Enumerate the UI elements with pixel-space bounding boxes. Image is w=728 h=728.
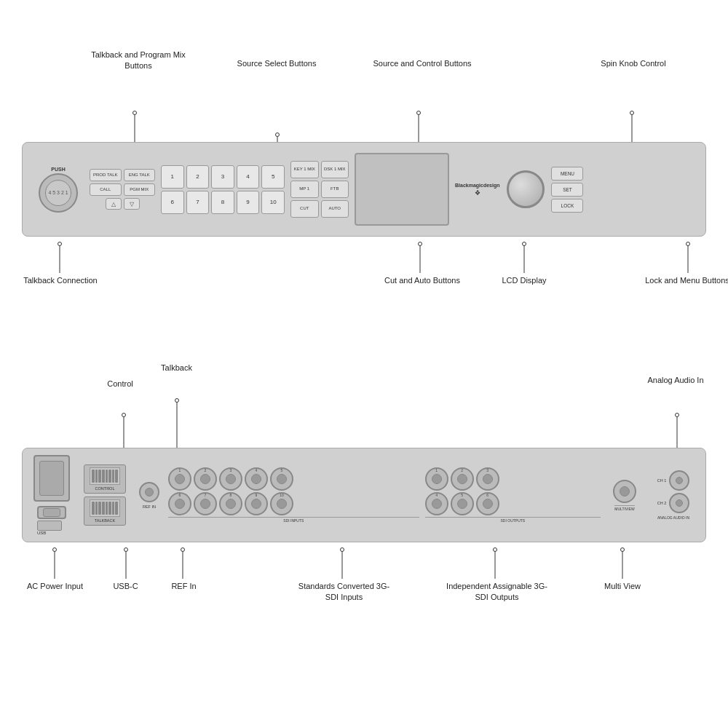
talkback-button-group: PROD TALK ENG TALK CALL PGM MIX △ ▽ bbox=[90, 169, 155, 210]
net-pin bbox=[112, 470, 115, 483]
ftb-button[interactable]: FTB bbox=[321, 181, 349, 198]
net-pin bbox=[115, 502, 118, 515]
control-port: CONTROL bbox=[84, 464, 126, 494]
dot-spin-knob bbox=[630, 111, 634, 115]
xlr-inner: 4 5 3 2 1 bbox=[45, 180, 71, 206]
audio-ch2-connector bbox=[669, 493, 689, 513]
callout-lines bbox=[0, 0, 728, 728]
dn-arrow-button[interactable]: ▽ bbox=[124, 198, 140, 210]
spin-knob[interactable] bbox=[507, 170, 545, 208]
rear-panel: USB CONTROL bbox=[22, 448, 706, 542]
sdi-in-6: 6 bbox=[168, 492, 191, 515]
net-pin bbox=[115, 470, 118, 483]
xlr-pin-numbers: 4 5 3 2 1 bbox=[48, 190, 68, 195]
talkback-port-inner bbox=[90, 499, 120, 517]
prod-talk-button[interactable]: PROD TALK bbox=[90, 169, 122, 181]
source-select-grid: 1 2 3 4 5 6 7 8 9 10 bbox=[161, 165, 285, 214]
net-pin bbox=[95, 470, 98, 483]
label-ac-power: AC Power Input bbox=[20, 581, 90, 592]
lock-button[interactable]: LOCK bbox=[551, 199, 583, 213]
src-btn-9[interactable]: 9 bbox=[237, 191, 260, 214]
key1-mix-button[interactable]: KEY 1 MIX bbox=[290, 161, 319, 178]
xlr-outer: 4 5 3 2 1 bbox=[39, 173, 78, 213]
ref-in-section: REF IN bbox=[136, 482, 162, 509]
power-switch-inner bbox=[43, 508, 60, 517]
auto-button[interactable]: AUTO bbox=[321, 200, 349, 218]
talkback-port-label: TALKBACK bbox=[95, 518, 115, 523]
push-label: PUSH bbox=[51, 167, 65, 172]
pgm-mix-button[interactable]: PGM MIX bbox=[124, 183, 156, 196]
label-talkback-rear: Talkback bbox=[146, 363, 207, 373]
dot-source-control bbox=[416, 111, 421, 115]
label-usb-c: USB-C bbox=[98, 581, 153, 592]
dsk1-mix-button[interactable]: DSK 1 MIX bbox=[321, 161, 349, 178]
sdi-in-2: 2 bbox=[194, 467, 217, 491]
dot-analog-audio bbox=[675, 413, 679, 417]
dot-standards-converted bbox=[340, 547, 344, 552]
set-button[interactable]: SET bbox=[551, 183, 583, 197]
label-cut-auto: Cut and Auto Buttons bbox=[375, 275, 470, 286]
src-btn-4[interactable]: 4 bbox=[237, 165, 260, 189]
audio-ch1-connector bbox=[669, 470, 689, 491]
sdi-out-6: 6 bbox=[476, 492, 499, 515]
dot-talkback-program bbox=[132, 111, 137, 115]
label-multi-view: Multi View bbox=[590, 581, 655, 592]
src-btn-8[interactable]: 8 bbox=[211, 191, 234, 214]
label-source-select: Source Select Buttons bbox=[222, 58, 331, 69]
sdi-out-5: 5 bbox=[451, 492, 474, 515]
dot-lcd-display bbox=[522, 242, 526, 246]
sdi-inputs-row2: 6 7 8 9 10 bbox=[168, 492, 419, 515]
sdi-in-5: 5 bbox=[270, 467, 293, 491]
label-spin-knob: Spin Knob Control bbox=[590, 58, 677, 69]
eng-talk-button[interactable]: ENG TALK bbox=[124, 169, 156, 181]
audio-ch1-row: CH 1 bbox=[657, 470, 690, 491]
sdi-in-7: 7 bbox=[194, 492, 217, 515]
ref-in-label: REF IN bbox=[143, 505, 156, 509]
net-pin bbox=[98, 502, 101, 515]
dot-usb-c bbox=[124, 547, 128, 552]
front-panel-inner: PUSH 4 5 3 2 1 PROD TALK ENG TALK CALL P… bbox=[33, 149, 695, 230]
analog-audio-section: CH 1 CH 2 ANALOG AUDIO IN bbox=[649, 470, 698, 520]
power-connector bbox=[33, 455, 70, 502]
power-switch bbox=[37, 506, 66, 519]
net-pin bbox=[92, 470, 95, 483]
dot-independent-assignable bbox=[493, 547, 497, 552]
dot-talkback-rear bbox=[175, 398, 179, 403]
net-pin bbox=[106, 470, 108, 483]
net-pin bbox=[108, 470, 111, 483]
ref-in-connector bbox=[139, 482, 159, 502]
sdi-out-2: 2 bbox=[451, 467, 474, 491]
label-source-control: Source and Control Buttons bbox=[368, 58, 477, 69]
control-port-inner bbox=[90, 467, 120, 485]
front-panel: PUSH 4 5 3 2 1 PROD TALK ENG TALK CALL P… bbox=[22, 142, 706, 237]
cut-button[interactable]: CUT bbox=[290, 200, 319, 218]
net-pin bbox=[102, 470, 105, 483]
src-btn-10[interactable]: 10 bbox=[261, 191, 285, 214]
src-btn-7[interactable]: 7 bbox=[186, 191, 210, 214]
src-btn-1[interactable]: 1 bbox=[161, 165, 184, 189]
label-ref-in: REF In bbox=[157, 581, 211, 592]
src-btn-3[interactable]: 3 bbox=[211, 165, 234, 189]
sdi-outputs-row1: 1 2 3 bbox=[425, 467, 601, 491]
dot-cut-auto bbox=[418, 242, 422, 246]
src-btn-6[interactable]: 6 bbox=[161, 191, 184, 214]
label-control-rear: Control bbox=[87, 379, 153, 389]
net-pin bbox=[102, 502, 105, 515]
call-button[interactable]: CALL bbox=[90, 183, 122, 196]
mp1-button[interactable]: MP 1 bbox=[290, 181, 319, 198]
src-btn-2[interactable]: 2 bbox=[186, 165, 210, 189]
label-lock-menu: Lock and Menu Buttons bbox=[644, 275, 728, 286]
source-control-buttons: KEY 1 MIX DSK 1 MIX MP 1 FTB CUT AUTO bbox=[290, 161, 349, 218]
src-btn-5[interactable]: 5 bbox=[261, 165, 285, 189]
dot-multi-view bbox=[620, 547, 625, 552]
label-analog-audio: Analog Audio In bbox=[636, 375, 716, 386]
menu-button[interactable]: MENU bbox=[551, 167, 583, 181]
net-pin bbox=[92, 502, 95, 515]
sdi-out-4: 4 bbox=[425, 492, 448, 515]
lcd-display bbox=[355, 153, 449, 226]
up-arrow-button[interactable]: △ bbox=[106, 198, 122, 210]
multiview-connector bbox=[613, 480, 636, 503]
analog-audio-in-label: ANALOG AUDIO IN bbox=[657, 515, 689, 520]
sdi-inputs-row1: 1 2 3 4 5 bbox=[168, 467, 419, 491]
sdi-in-10: 10 bbox=[270, 492, 293, 515]
